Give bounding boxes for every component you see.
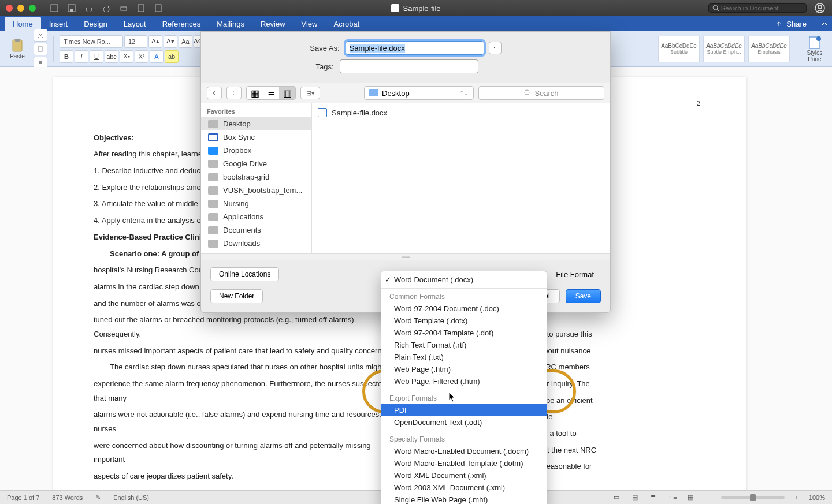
window-zoom-button[interactable] <box>29 5 36 12</box>
font-name-select[interactable]: Times New Ro... <box>60 35 123 48</box>
title-search-input[interactable] <box>721 5 803 12</box>
sidebar-item-nursing[interactable]: Nursing <box>201 197 311 210</box>
collapse-dialog-button[interactable] <box>489 42 502 54</box>
view-print-button[interactable]: ▤ <box>629 492 641 503</box>
arrange-button[interactable]: ⊞▾ <box>300 87 320 99</box>
tab-acrobat[interactable]: Acrobat <box>325 17 367 31</box>
tab-mailings[interactable]: Mailings <box>209 17 252 31</box>
zoom-slider[interactable] <box>721 496 785 499</box>
sidebar-item-downloads[interactable]: Downloads <box>201 237 311 250</box>
subscript-button[interactable]: X₂ <box>120 50 133 63</box>
finder-column-3[interactable] <box>511 103 610 253</box>
format-option-doc[interactable]: Word 97-2004 Document (.doc) <box>381 303 547 315</box>
nav-forward-button[interactable] <box>226 87 242 99</box>
finder-column-2[interactable] <box>411 103 511 253</box>
highlight-button[interactable]: ab <box>165 50 179 63</box>
finder-sidebar[interactable]: Favorites Desktop Box Sync Dropbox Googl… <box>201 103 312 253</box>
style-subtitle[interactable]: AaBbCcDdEeSubtitle <box>658 36 700 62</box>
tags-input[interactable] <box>340 59 478 73</box>
tab-layout[interactable]: Layout <box>116 17 154 31</box>
view-list[interactable]: ≣ <box>263 87 279 99</box>
underline-button[interactable]: U <box>90 50 103 63</box>
redo-icon[interactable] <box>101 2 112 14</box>
format-option-docx[interactable]: Word Document (.docx) <box>381 274 547 286</box>
shrink-font-button[interactable]: A▾ <box>164 35 177 48</box>
strike-button[interactable]: abc <box>105 50 118 63</box>
sidebar-item-bootstrap[interactable]: bootstrap-grid <box>201 170 311 184</box>
tab-references[interactable]: References <box>154 17 209 31</box>
tab-review[interactable]: Review <box>252 17 294 31</box>
font-size-select[interactable]: 12 <box>124 35 147 48</box>
copy-button[interactable] <box>34 43 47 55</box>
autosave-icon[interactable] <box>49 2 60 14</box>
format-option-dot[interactable]: Word 97-2004 Template (.dot) <box>381 327 547 339</box>
paste-button[interactable]: Paste <box>5 33 30 65</box>
sidebar-item-boxsync[interactable]: Box Sync <box>201 130 311 144</box>
format-option-htm[interactable]: Web Page (.htm) <box>381 363 547 375</box>
view-web-button[interactable]: ≣ <box>647 492 660 503</box>
format-option-rtf[interactable]: Rich Text Format (.rtf) <box>381 339 547 351</box>
format-option-mht[interactable]: Single File Web Page (.mht) <box>381 494 547 504</box>
change-case-button[interactable]: Aa <box>179 35 192 48</box>
sidebar-item-vusn[interactable]: VUSN_bootstrap_tem... <box>201 184 311 197</box>
resize-grip[interactable]: ══ <box>201 253 610 260</box>
format-option-docm[interactable]: Word Macro-Enabled Document (.docm) <box>381 445 547 457</box>
grow-font-button[interactable]: A▴ <box>148 35 162 48</box>
style-emphasis[interactable]: AaBbCcDdEeEmphasis <box>748 36 790 62</box>
bold-button[interactable]: B <box>60 50 73 63</box>
format-option-dotm[interactable]: Word Macro-Enabled Template (.dotm) <box>381 457 547 469</box>
sidebar-item-desktop[interactable]: Desktop <box>201 117 311 130</box>
view-mode-segment[interactable]: ▦ ≣ ▥ <box>246 86 296 100</box>
finder-search[interactable]: Search <box>478 86 604 100</box>
undo-icon[interactable] <box>83 2 95 14</box>
save-button[interactable]: Save <box>566 289 601 303</box>
title-search[interactable] <box>708 3 807 13</box>
format-option-htm-filtered[interactable]: Web Page, Filtered (.htm) <box>381 375 547 387</box>
sidebar-item-applications[interactable]: Applications <box>201 210 311 223</box>
status-page[interactable]: Page 1 of 7 <box>7 494 39 501</box>
file-format-menu[interactable]: Word Document (.docx) Common Formats Wor… <box>381 271 547 504</box>
status-language[interactable]: English (US) <box>113 494 149 501</box>
italic-button[interactable]: I <box>75 50 88 63</box>
nav-back-button[interactable] <box>207 87 222 99</box>
status-words[interactable]: 873 Words <box>52 494 83 501</box>
save-as-filename-input[interactable] <box>346 41 484 55</box>
location-select[interactable]: Desktop ⌃⌄ <box>364 86 474 100</box>
online-locations-button[interactable]: Online Locations <box>210 267 279 281</box>
tab-design[interactable]: Design <box>76 17 115 31</box>
view-columns[interactable]: ▥ <box>279 87 295 99</box>
new-folder-button[interactable]: New Folder <box>210 289 263 303</box>
cut-button[interactable] <box>34 29 47 42</box>
view-focus-button[interactable]: ▭ <box>610 492 623 503</box>
sidebar-item-documents[interactable]: Documents <box>201 223 311 237</box>
print-icon[interactable] <box>118 2 129 14</box>
view-outline-button[interactable]: ⋮≡ <box>666 492 678 503</box>
ribbon-collapse-button[interactable] <box>817 17 832 31</box>
styles-pane-button[interactable]: Styles Pane <box>802 33 827 65</box>
sidebar-item-dropbox[interactable]: Dropbox <box>201 144 311 157</box>
view-icon-grid[interactable]: ▦ <box>247 87 263 99</box>
window-minimize-button[interactable] <box>17 5 24 12</box>
format-option-odt[interactable]: OpenDocument Text (.odt) <box>381 416 547 428</box>
new-doc-icon[interactable] <box>153 2 164 14</box>
format-option-pdf[interactable]: PDF <box>381 404 547 416</box>
style-subtle-emphasis[interactable]: AaBbCcDdEeSubtle Emph... <box>703 36 745 62</box>
format-option-dotx[interactable]: Word Template (.dotx) <box>381 315 547 327</box>
status-spellcheck-icon[interactable]: ✎ <box>95 494 101 501</box>
zoom-out-button[interactable]: − <box>703 492 715 503</box>
superscript-button[interactable]: X² <box>135 50 148 63</box>
format-option-txt[interactable]: Plain Text (.txt) <box>381 351 547 363</box>
text-effects-button[interactable]: A <box>150 50 164 63</box>
zoom-percent[interactable]: 100% <box>809 494 825 501</box>
file-item[interactable]: Sample-file.docx <box>312 106 411 120</box>
format-option-xml[interactable]: Word XML Document (.xml) <box>381 469 547 481</box>
format-option-xml2003[interactable]: Word 2003 XML Document (.xml) <box>381 481 547 494</box>
finder-column-1[interactable]: Sample-file.docx <box>312 103 411 253</box>
save-icon[interactable] <box>66 2 77 14</box>
template-icon[interactable] <box>135 2 147 14</box>
tab-view[interactable]: View <box>294 17 326 31</box>
view-draft-button[interactable]: ▦ <box>684 492 697 503</box>
zoom-in-button[interactable]: + <box>790 492 803 503</box>
sidebar-item-googledrive[interactable]: Google Drive <box>201 157 311 170</box>
window-close-button[interactable] <box>6 5 13 12</box>
